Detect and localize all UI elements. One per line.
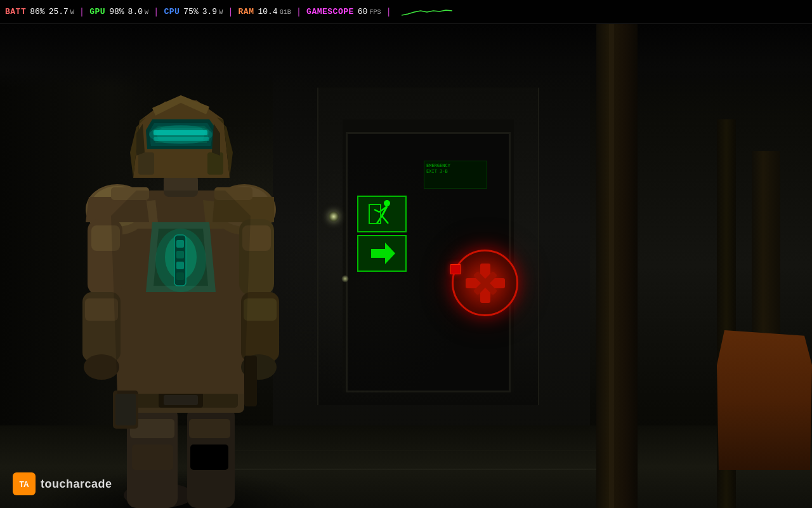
gpu-label: GPU	[89, 7, 105, 17]
info-panel: EMERGENCYEXIT 3-B	[424, 161, 487, 189]
ambient-light-2	[341, 275, 349, 283]
svg-rect-12	[189, 419, 230, 438]
svg-rect-49	[115, 394, 136, 425]
batt-block: BATT 86% 25.7 W	[5, 7, 74, 17]
game-screen: EMERGENCYEXIT 3-B	[0, 0, 812, 508]
watermark: TA toucharcade	[13, 472, 112, 495]
rust-object	[717, 330, 812, 470]
ram-value: 10.4	[258, 7, 277, 17]
batt-watts: 25.7	[49, 7, 69, 17]
player-character	[19, 25, 336, 508]
fps-value: 60	[358, 7, 368, 17]
cpu-label: CPU	[164, 7, 180, 17]
svg-rect-44	[138, 152, 154, 175]
sep-1: |	[79, 7, 84, 17]
gpu-watts: 8.0	[128, 7, 143, 17]
svg-rect-35	[85, 298, 118, 321]
ram-block: RAM 10.4 GiB	[239, 7, 291, 17]
sep-5: |	[386, 7, 391, 17]
sep-4: |	[296, 7, 301, 17]
gamescope-label: GAMESCOPE	[306, 7, 354, 17]
ram-label: RAM	[239, 7, 254, 17]
cpu-block: CPU 75% 3.9 W	[164, 7, 223, 17]
svg-line-3	[382, 216, 388, 224]
svg-rect-18	[164, 395, 198, 405]
svg-rect-13	[132, 444, 173, 470]
fps-graph	[402, 6, 452, 18]
svg-rect-50	[244, 356, 257, 406]
gamescope-block: GAMESCOPE 60 FPS	[306, 7, 381, 17]
red-indicator	[450, 264, 461, 274]
batt-percent: 86%	[30, 7, 44, 17]
gpu-watts-unit: W	[145, 9, 148, 16]
gpu-block: GPU 98% 8.0 W	[89, 7, 148, 17]
svg-rect-37	[244, 298, 277, 321]
svg-line-5	[374, 210, 379, 212]
cpu-percent: 75%	[183, 7, 198, 17]
svg-point-0	[384, 200, 390, 206]
game-corridor: EMERGENCYEXIT 3-B	[0, 24, 812, 508]
gpu-percent: 98%	[109, 7, 124, 17]
watermark-text: toucharcade	[41, 478, 112, 491]
svg-marker-7	[371, 243, 395, 264]
cpu-watts-unit: W	[219, 9, 223, 16]
sep-2: |	[154, 7, 159, 17]
svg-text:TA: TA	[19, 480, 29, 489]
svg-point-43	[149, 125, 213, 144]
sep-3: |	[228, 7, 233, 17]
watermark-icon: TA	[13, 472, 36, 495]
svg-point-38	[84, 354, 119, 380]
ram-unit: GiB	[280, 9, 291, 16]
batt-label: BATT	[5, 7, 26, 17]
svg-rect-14	[190, 444, 228, 470]
exit-sign-bottom	[357, 235, 407, 272]
hazard-wheel	[452, 250, 518, 316]
batt-watts-unit: W	[70, 9, 74, 16]
vertical-pipe	[596, 24, 638, 508]
cpu-watts: 3.9	[202, 7, 217, 17]
exit-sign-top	[357, 196, 407, 232]
hud-overlay-bar: BATT 86% 25.7 W | GPU 98% 8.0 W | CPU 75…	[0, 0, 812, 24]
svg-rect-45	[207, 152, 223, 175]
fps-unit: FPS	[369, 9, 381, 16]
